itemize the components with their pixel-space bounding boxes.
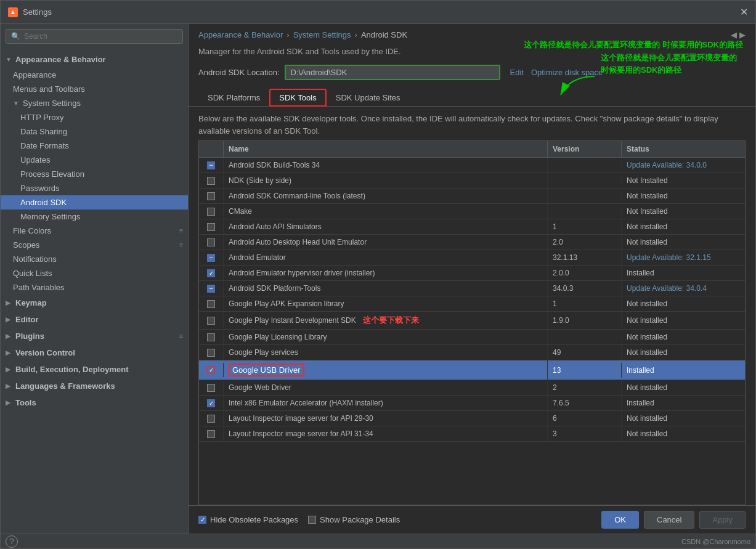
sidebar-item-appearance[interactable]: Appearance: [1, 68, 188, 82]
checkbox[interactable]: [207, 366, 215, 374]
checkbox[interactable]: [207, 333, 215, 341]
row-check[interactable]: [199, 297, 224, 311]
show-package-label[interactable]: Show Package Details: [308, 515, 400, 524]
row-check[interactable]: [199, 396, 224, 410]
table-row[interactable]: Android SDK Platform-Tools 34.0.3 Update…: [199, 281, 745, 296]
row-check[interactable]: [199, 235, 224, 250]
checkbox[interactable]: [207, 161, 215, 169]
sidebar-item-date-formats[interactable]: Date Formats: [1, 139, 188, 153]
checkbox[interactable]: [207, 384, 215, 392]
checkbox[interactable]: [207, 238, 215, 246]
sidebar-item-data-sharing[interactable]: Data Sharing: [1, 124, 188, 139]
hide-obsolete-label[interactable]: Hide Obsolete Packages: [198, 515, 298, 524]
sidebar-item-scopes[interactable]: Scopes ≡: [1, 238, 188, 252]
table-row[interactable]: Android Auto API Simulators 1 Not instal…: [199, 219, 745, 235]
sidebar-item-quick-lists[interactable]: Quick Lists: [1, 266, 188, 280]
tab-sdk-update-sites[interactable]: SDK Update Sites: [327, 89, 410, 107]
row-check[interactable]: [199, 251, 224, 265]
checkbox[interactable]: [207, 415, 215, 423]
apply-button[interactable]: Apply: [699, 511, 746, 529]
optimize-link[interactable]: Optimize disk space: [531, 68, 603, 77]
row-check[interactable]: [199, 427, 224, 441]
checkbox[interactable]: [207, 208, 215, 216]
table-row[interactable]: Google Play Licensing Library Not instal…: [199, 330, 745, 345]
sidebar-item-notifications[interactable]: Notifications: [1, 252, 188, 266]
row-check[interactable]: [199, 189, 224, 203]
table-row[interactable]: CMake Not Installed: [199, 204, 745, 219]
row-check[interactable]: [199, 363, 224, 377]
row-check[interactable]: [199, 205, 224, 219]
tab-sdk-platforms[interactable]: SDK Platforms: [198, 89, 269, 107]
sidebar-item-appearance-behavior[interactable]: ▼ Appearance & Behavior: [1, 51, 188, 68]
checkbox[interactable]: [207, 430, 215, 438]
row-check[interactable]: [199, 266, 224, 280]
row-check[interactable]: [199, 314, 224, 328]
row-check[interactable]: [199, 346, 224, 360]
table-row[interactable]: Android Auto Desktop Head Unit Emulator …: [199, 235, 745, 250]
checkbox[interactable]: [207, 399, 215, 407]
table-row[interactable]: NDK (Side by side) Not Installed: [199, 173, 745, 189]
row-check[interactable]: [199, 282, 224, 296]
sidebar-item-editor[interactable]: ▶ Editor: [1, 311, 188, 328]
sidebar-item-version-control[interactable]: ▶ Version Control: [1, 344, 188, 361]
table-row[interactable]: Android SDK Build-Tools 34 Update Availa…: [199, 158, 745, 173]
hide-obsolete-checkbox[interactable]: [198, 516, 206, 524]
row-check[interactable]: [199, 220, 224, 234]
table-row[interactable]: Layout Inspector image server for API 31…: [199, 426, 745, 442]
sidebar-item-updates[interactable]: Updates: [1, 153, 188, 167]
checkbox[interactable]: [207, 317, 215, 325]
nav-forward[interactable]: ▶: [739, 30, 746, 39]
table-row[interactable]: Google Play services 49 Not installed: [199, 345, 745, 360]
search-input[interactable]: [24, 32, 177, 41]
table-row[interactable]: Android SDK Command-line Tools (latest) …: [199, 189, 745, 204]
sidebar-item-http-proxy[interactable]: HTTP Proxy: [1, 110, 188, 124]
table-row[interactable]: Android Emulator 32.1.13 Update Availabl…: [199, 250, 745, 266]
row-check[interactable]: [199, 381, 224, 395]
cancel-button[interactable]: Cancel: [644, 511, 694, 529]
row-check[interactable]: [199, 330, 224, 344]
ok-button[interactable]: OK: [601, 511, 639, 529]
row-check[interactable]: [199, 412, 224, 426]
checkbox[interactable]: [207, 177, 215, 185]
edit-link[interactable]: Edit: [510, 68, 524, 77]
nav-back[interactable]: ◀: [731, 30, 737, 39]
checkbox[interactable]: [207, 300, 215, 308]
table-row-selected[interactable]: Google USB Driver 13 Installed: [199, 360, 745, 380]
breadcrumb-appearance[interactable]: Appearance & Behavior: [198, 30, 283, 39]
sidebar-item-tools[interactable]: ▶ Tools: [1, 394, 188, 411]
search-box[interactable]: 🔍: [6, 29, 183, 44]
table-row[interactable]: Google Play APK Expansion library 1 Not …: [199, 296, 745, 312]
help-button[interactable]: ?: [6, 535, 18, 548]
breadcrumb-system[interactable]: System Settings: [293, 30, 351, 39]
expand-icon-plugins: ▶: [6, 333, 13, 340]
sdk-location-input[interactable]: [285, 65, 500, 80]
checkbox[interactable]: [207, 285, 215, 293]
checkbox[interactable]: [207, 254, 215, 262]
checkbox[interactable]: [207, 269, 215, 277]
checkbox[interactable]: [207, 349, 215, 357]
checkbox[interactable]: [207, 223, 215, 231]
table-row[interactable]: Android Emulator hypervisor driver (inst…: [199, 266, 745, 281]
close-button[interactable]: ✕: [740, 6, 748, 18]
table-row[interactable]: Layout Inspector image server for API 29…: [199, 411, 745, 426]
sidebar-item-languages[interactable]: ▶ Languages & Frameworks: [1, 378, 188, 394]
row-check[interactable]: [199, 158, 224, 173]
sidebar-item-plugins[interactable]: ▶ Plugins ≡: [1, 328, 188, 344]
table-row[interactable]: Google Web Driver 2 Not installed: [199, 380, 745, 396]
sidebar-item-path-variables[interactable]: Path Variables: [1, 280, 188, 295]
table-row[interactable]: Intel x86 Emulator Accelerator (HAXM ins…: [199, 396, 745, 411]
sidebar-item-process-elevation[interactable]: Process Elevation: [1, 167, 188, 181]
sidebar-item-menus-toolbars[interactable]: Menus and Toolbars: [1, 82, 188, 96]
sidebar-item-android-sdk[interactable]: Android SDK: [1, 195, 188, 209]
sidebar-item-system-settings[interactable]: ▼ System Settings: [1, 96, 188, 110]
sidebar-item-passwords[interactable]: Passwords: [1, 181, 188, 195]
row-check[interactable]: [199, 174, 224, 188]
checkbox[interactable]: [207, 192, 215, 200]
tab-sdk-tools[interactable]: SDK Tools: [269, 89, 326, 107]
sidebar-item-memory-settings[interactable]: Memory Settings: [1, 209, 188, 224]
show-package-checkbox[interactable]: [308, 516, 316, 524]
sidebar-item-keymap[interactable]: ▶ Keymap: [1, 295, 188, 311]
sidebar-item-file-colors[interactable]: File Colors ≡: [1, 224, 188, 238]
sidebar-item-build-exec[interactable]: ▶ Build, Execution, Deployment: [1, 361, 188, 378]
table-row[interactable]: Google Play Instant Development SDK 这个要下…: [199, 312, 745, 330]
